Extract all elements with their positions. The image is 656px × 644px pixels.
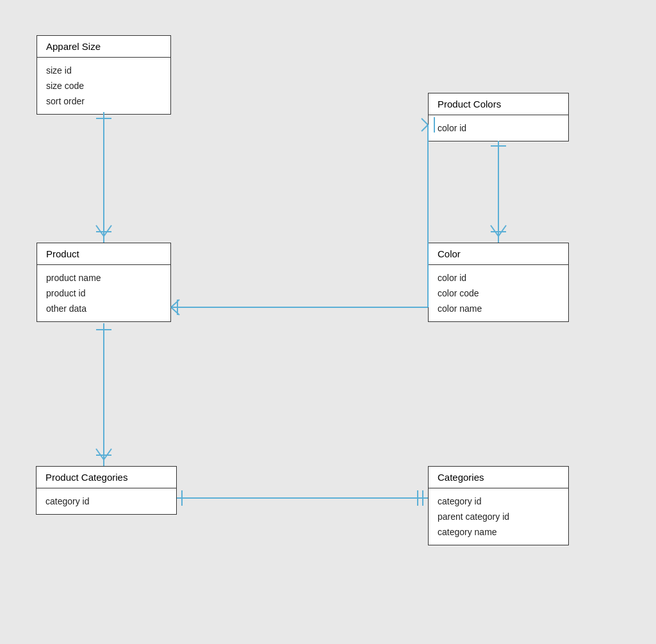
entity-product-categories-title: Product Categories bbox=[37, 467, 176, 488]
svg-line-16 bbox=[498, 225, 506, 236]
field-parent-category-id: parent category id bbox=[438, 509, 559, 524]
field-size-id: size id bbox=[46, 63, 161, 78]
entity-color: Color color id color code color name bbox=[428, 243, 569, 322]
svg-line-2 bbox=[96, 225, 104, 236]
diagram-container: Apparel Size size id size code sort orde… bbox=[0, 0, 656, 644]
svg-line-12 bbox=[422, 125, 428, 131]
svg-line-7 bbox=[171, 300, 179, 307]
entity-product-categories: Product Categories category id bbox=[36, 466, 177, 515]
svg-line-8 bbox=[171, 307, 179, 315]
entity-product-colors: Product Colors color id bbox=[428, 93, 569, 141]
field-product-colors-color-id: color id bbox=[438, 120, 559, 136]
svg-line-3 bbox=[104, 225, 111, 236]
field-sort-order: sort order bbox=[46, 93, 161, 109]
entity-product-title: Product bbox=[37, 243, 170, 265]
field-category-name: category name bbox=[438, 524, 559, 540]
entity-product: Product product name product id other da… bbox=[37, 243, 171, 322]
svg-line-20 bbox=[96, 449, 104, 460]
svg-line-11 bbox=[422, 118, 428, 125]
field-size-code: size code bbox=[46, 78, 161, 93]
field-product-category-id: category id bbox=[45, 494, 167, 509]
svg-line-21 bbox=[104, 449, 111, 460]
field-product-id: product id bbox=[46, 286, 161, 301]
entity-color-title: Color bbox=[429, 243, 568, 265]
svg-line-15 bbox=[491, 225, 498, 236]
field-other-data: other data bbox=[46, 301, 161, 316]
entity-categories-title: Categories bbox=[429, 467, 568, 488]
field-categories-id: category id bbox=[438, 494, 559, 509]
field-product-name: product name bbox=[46, 270, 161, 286]
entity-product-colors-title: Product Colors bbox=[429, 93, 568, 115]
field-color-code: color code bbox=[438, 286, 559, 301]
entity-categories: Categories category id parent category i… bbox=[428, 466, 569, 545]
field-color-id: color id bbox=[438, 270, 559, 286]
entity-apparel-size: Apparel Size size id size code sort orde… bbox=[37, 35, 171, 115]
entity-apparel-size-title: Apparel Size bbox=[37, 36, 170, 58]
field-color-name: color name bbox=[438, 301, 559, 316]
